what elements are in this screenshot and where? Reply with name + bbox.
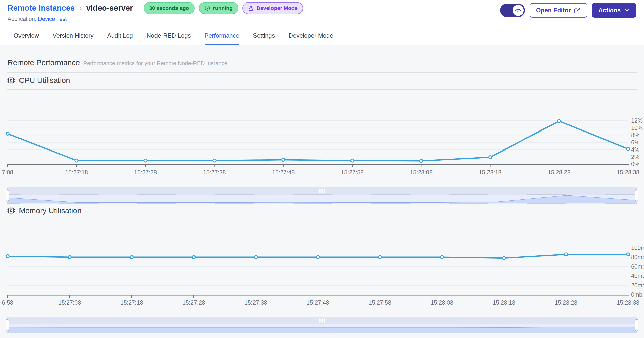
memory-range-slider-right-handle[interactable]	[635, 319, 638, 331]
cpu-range-slider-grip[interactable]	[319, 189, 325, 193]
svg-text:15:28:08: 15:28:08	[431, 299, 453, 306]
svg-text:15:28:38: 15:28:38	[617, 299, 639, 306]
cpu-section-title: CPU Utilisation	[7, 76, 70, 85]
svg-text:100mb: 100mb	[631, 245, 644, 251]
svg-text:15:27:48: 15:27:48	[306, 299, 329, 306]
divider	[7, 89, 637, 90]
svg-text:15:28:38: 15:28:38	[617, 169, 639, 176]
cpu-range-slider-preview[interactable]	[7, 195, 637, 204]
divider	[7, 220, 637, 220]
code-icon: </>	[513, 5, 524, 16]
cpu-range-slider-right-handle[interactable]	[635, 189, 638, 201]
badge-developer-mode: Developer Mode	[242, 2, 303, 14]
open-editor-label: Open Editor	[536, 7, 571, 14]
svg-text:15:27:38: 15:27:38	[203, 169, 226, 176]
svg-text:15:28:18: 15:28:18	[479, 169, 502, 176]
cpu-section-label: CPU Utilisation	[19, 76, 70, 85]
tab-node-red-logs[interactable]: Node-RED Logs	[147, 25, 191, 45]
tab-settings[interactable]: Settings	[253, 25, 275, 45]
cpu-range-slider-track[interactable]	[7, 187, 637, 195]
badge-last-seen: 30 seconds ago	[144, 2, 195, 14]
tab-audit-log[interactable]: Audit Log	[107, 25, 133, 45]
top-bar: Remote Instances › video-server 30 secon…	[0, 0, 644, 25]
cpu-range-slider-left-handle[interactable]	[6, 189, 9, 201]
memory-utilisation-chart: 6:5815:27:0815:27:1815:27:2815:27:3815:2…	[0, 223, 644, 309]
svg-text:4%: 4%	[631, 146, 639, 153]
svg-text:15:27:58: 15:27:58	[341, 169, 364, 176]
breadcrumb-separator: ›	[79, 4, 82, 12]
svg-text:15:27:08: 15:27:08	[58, 299, 81, 306]
svg-text:80mb: 80mb	[631, 254, 644, 260]
tab-overview[interactable]: Overview	[14, 25, 39, 45]
svg-text:40mb: 40mb	[631, 273, 644, 279]
svg-text:6%: 6%	[631, 139, 639, 146]
cpu-chart-range-slider[interactable]	[7, 187, 637, 203]
svg-text:12%: 12%	[631, 117, 643, 124]
svg-text:15:28:08: 15:28:08	[410, 169, 433, 176]
svg-text:15:27:48: 15:27:48	[272, 169, 295, 176]
memory-section-label: Memory Utilisation	[19, 206, 82, 215]
breadcrumb: Remote Instances › video-server 30 secon…	[8, 2, 303, 14]
application-label: Application:	[8, 16, 36, 22]
section-heading: Remote Performance Performance metrics f…	[8, 58, 227, 67]
application-link[interactable]: Device Test	[38, 16, 67, 22]
svg-text:0mb: 0mb	[631, 291, 642, 298]
svg-text:8%: 8%	[631, 132, 639, 138]
memory-section-title: Memory Utilisation	[7, 206, 82, 215]
svg-text:10%: 10%	[631, 125, 643, 131]
svg-text:6:58: 6:58	[2, 299, 13, 306]
svg-text:15:28:18: 15:28:18	[493, 299, 515, 306]
external-link-icon	[574, 7, 581, 14]
svg-text:15:27:28: 15:27:28	[134, 169, 157, 176]
cpu-utilisation-chart: 7:0815:27:1815:27:2815:27:3815:27:4815:2…	[0, 91, 644, 177]
breadcrumb-remote-instances-link[interactable]: Remote Instances	[8, 4, 75, 13]
svg-text:15:28:28: 15:28:28	[548, 169, 571, 176]
svg-text:20mb: 20mb	[631, 282, 644, 289]
actions-button[interactable]: Actions	[592, 3, 636, 18]
memory-range-slider-grip[interactable]	[319, 318, 325, 323]
tab-performance[interactable]: Performance	[205, 25, 239, 45]
tab-developer-mode[interactable]: Developer Mode	[289, 25, 333, 45]
badge-status-running: running	[199, 2, 238, 14]
page-title: Remote Performance	[8, 58, 80, 67]
divider	[7, 72, 637, 73]
page-instance-name: video-server	[86, 4, 133, 13]
svg-text:15:27:18: 15:27:18	[120, 299, 143, 306]
cpu-chip-icon	[7, 76, 15, 84]
svg-text:15:27:18: 15:27:18	[65, 169, 88, 176]
svg-text:7:08: 7:08	[2, 169, 13, 176]
svg-text:60mb: 60mb	[631, 263, 644, 270]
chevron-down-icon	[624, 7, 630, 13]
svg-text:15:27:28: 15:27:28	[182, 299, 205, 306]
tab-bar: OverviewVersion HistoryAudit LogNode-RED…	[0, 25, 644, 45]
tab-version-history[interactable]: Version History	[53, 25, 93, 45]
svg-text:2%: 2%	[631, 154, 639, 160]
memory-range-slider-track[interactable]	[7, 317, 637, 324]
svg-text:15:27:58: 15:27:58	[368, 299, 391, 306]
top-bar-actions: </> Open Editor Actions	[500, 3, 636, 18]
cpu-chip-icon	[7, 206, 15, 215]
svg-text:0%: 0%	[631, 161, 639, 167]
open-editor-button[interactable]: Open Editor	[530, 3, 587, 18]
actions-label: Actions	[598, 7, 621, 14]
application-row: Application: Device Test	[8, 16, 67, 22]
svg-text:15:27:38: 15:27:38	[244, 299, 267, 306]
svg-text:15:28:28: 15:28:28	[555, 299, 577, 306]
memory-chart-range-slider[interactable]	[7, 317, 637, 333]
developer-mode-toggle[interactable]: </>	[500, 4, 525, 17]
memory-range-slider-left-handle[interactable]	[6, 319, 9, 331]
status-badges: 30 seconds agorunningDeveloper Mode	[144, 2, 303, 14]
page-subtitle: Performance metrics for your Remote Node…	[83, 60, 227, 67]
memory-range-slider-preview[interactable]	[7, 324, 637, 333]
